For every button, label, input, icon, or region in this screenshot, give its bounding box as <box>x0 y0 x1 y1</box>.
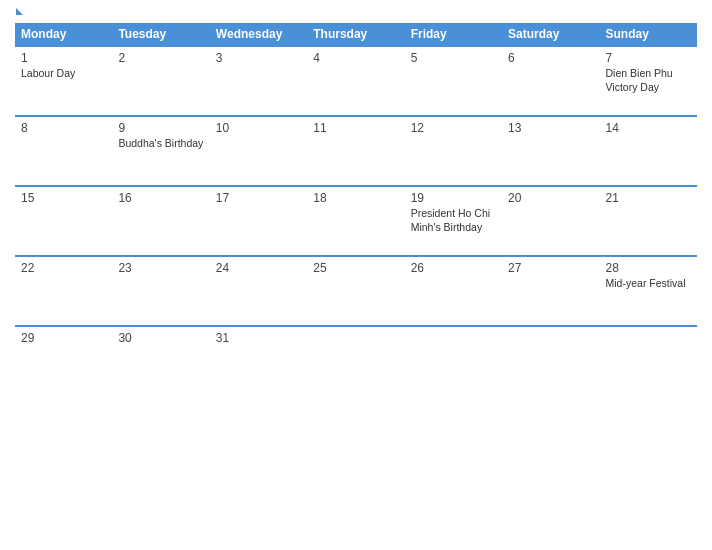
event-label: Mid-year Festival <box>606 277 691 291</box>
week-row-3: 1516171819President Ho Chi Minh's Birthd… <box>15 186 697 256</box>
calendar-cell: 11 <box>307 116 404 186</box>
day-number: 21 <box>606 191 691 205</box>
event-label: President Ho Chi Minh's Birthday <box>411 207 496 234</box>
calendar-cell: 9Buddha's Birthday <box>112 116 209 186</box>
calendar-cell: 24 <box>210 256 307 326</box>
calendar-cell: 16 <box>112 186 209 256</box>
weekday-row: MondayTuesdayWednesdayThursdayFridaySatu… <box>15 23 697 46</box>
event-label: Labour Day <box>21 67 106 81</box>
weekday-header-tuesday: Tuesday <box>112 23 209 46</box>
calendar-cell: 23 <box>112 256 209 326</box>
calendar-cell: 12 <box>405 116 502 186</box>
weekday-header-monday: Monday <box>15 23 112 46</box>
calendar-cell: 28Mid-year Festival <box>600 256 697 326</box>
day-number: 5 <box>411 51 496 65</box>
calendar-cell: 1Labour Day <box>15 46 112 116</box>
day-number: 15 <box>21 191 106 205</box>
day-number: 6 <box>508 51 593 65</box>
calendar-cell: 27 <box>502 256 599 326</box>
calendar-cell: 19President Ho Chi Minh's Birthday <box>405 186 502 256</box>
week-row-1: 1Labour Day234567Dien Bien Phu Victory D… <box>15 46 697 116</box>
event-label: Buddha's Birthday <box>118 137 203 151</box>
calendar-body: 1Labour Day234567Dien Bien Phu Victory D… <box>15 46 697 396</box>
calendar-cell: 8 <box>15 116 112 186</box>
event-label: Dien Bien Phu Victory Day <box>606 67 691 94</box>
weekday-header-friday: Friday <box>405 23 502 46</box>
calendar-cell: 18 <box>307 186 404 256</box>
calendar-cell: 6 <box>502 46 599 116</box>
day-number: 8 <box>21 121 106 135</box>
day-number: 26 <box>411 261 496 275</box>
calendar-cell: 25 <box>307 256 404 326</box>
day-number: 28 <box>606 261 691 275</box>
day-number: 25 <box>313 261 398 275</box>
week-row-4: 22232425262728Mid-year Festival <box>15 256 697 326</box>
calendar-cell: 21 <box>600 186 697 256</box>
calendar-cell: 17 <box>210 186 307 256</box>
day-number: 4 <box>313 51 398 65</box>
day-number: 3 <box>216 51 301 65</box>
day-number: 1 <box>21 51 106 65</box>
day-number: 9 <box>118 121 203 135</box>
calendar-cell: 26 <box>405 256 502 326</box>
day-number: 17 <box>216 191 301 205</box>
calendar-table: MondayTuesdayWednesdayThursdayFridaySatu… <box>15 23 697 396</box>
calendar-cell: 15 <box>15 186 112 256</box>
day-number: 16 <box>118 191 203 205</box>
day-number: 19 <box>411 191 496 205</box>
day-number: 18 <box>313 191 398 205</box>
calendar-cell: 14 <box>600 116 697 186</box>
day-number: 13 <box>508 121 593 135</box>
logo <box>15 10 23 15</box>
header <box>15 10 697 15</box>
weekday-header-saturday: Saturday <box>502 23 599 46</box>
calendar-cell <box>307 326 404 396</box>
weekday-header-wednesday: Wednesday <box>210 23 307 46</box>
calendar-cell <box>502 326 599 396</box>
day-number: 29 <box>21 331 106 345</box>
calendar-cell: 22 <box>15 256 112 326</box>
calendar-cell <box>600 326 697 396</box>
day-number: 7 <box>606 51 691 65</box>
calendar-cell: 4 <box>307 46 404 116</box>
day-number: 30 <box>118 331 203 345</box>
day-number: 20 <box>508 191 593 205</box>
calendar-cell: 29 <box>15 326 112 396</box>
day-number: 11 <box>313 121 398 135</box>
calendar-cell: 31 <box>210 326 307 396</box>
weekday-header-sunday: Sunday <box>600 23 697 46</box>
day-number: 12 <box>411 121 496 135</box>
page: MondayTuesdayWednesdayThursdayFridaySatu… <box>0 0 712 550</box>
day-number: 22 <box>21 261 106 275</box>
calendar-cell: 7Dien Bien Phu Victory Day <box>600 46 697 116</box>
day-number: 27 <box>508 261 593 275</box>
calendar-cell <box>405 326 502 396</box>
day-number: 2 <box>118 51 203 65</box>
week-row-5: 293031 <box>15 326 697 396</box>
day-number: 24 <box>216 261 301 275</box>
day-number: 31 <box>216 331 301 345</box>
weekday-header-thursday: Thursday <box>307 23 404 46</box>
calendar-cell: 20 <box>502 186 599 256</box>
week-row-2: 89Buddha's Birthday1011121314 <box>15 116 697 186</box>
day-number: 10 <box>216 121 301 135</box>
calendar-cell: 10 <box>210 116 307 186</box>
calendar-cell: 30 <box>112 326 209 396</box>
calendar-cell: 13 <box>502 116 599 186</box>
calendar-header: MondayTuesdayWednesdayThursdayFridaySatu… <box>15 23 697 46</box>
logo-triangle-icon <box>16 8 23 15</box>
day-number: 14 <box>606 121 691 135</box>
calendar-cell: 2 <box>112 46 209 116</box>
calendar-cell: 5 <box>405 46 502 116</box>
day-number: 23 <box>118 261 203 275</box>
calendar-cell: 3 <box>210 46 307 116</box>
